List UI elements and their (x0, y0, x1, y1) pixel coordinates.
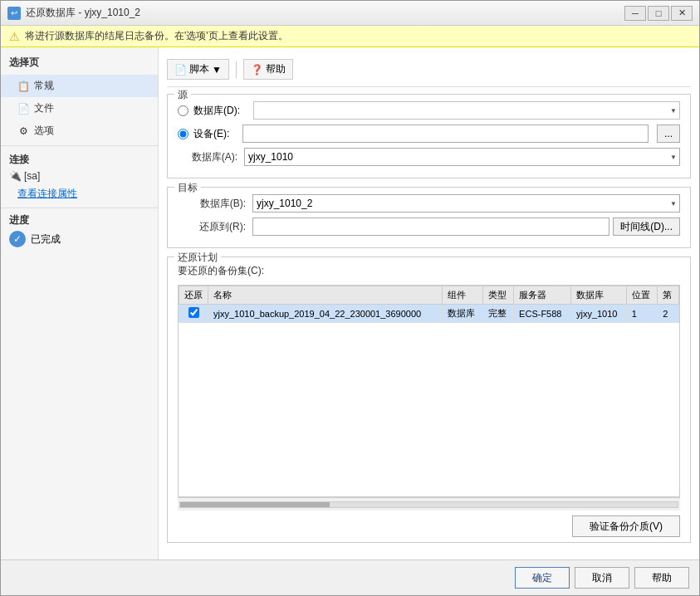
ok-button[interactable]: 确定 (515, 567, 570, 589)
sidebar-label-general: 常规 (34, 79, 54, 93)
sidebar-connection: 连接 🔌 [sa] 查看连接属性 (1, 145, 158, 208)
target-db-label: 数据库(B): (178, 197, 252, 211)
horizontal-scrollbar[interactable] (178, 497, 680, 511)
main-content: 选择页 📋 常规 📄 文件 ⚙ 选项 连接 🔌 [sa] 查看连接 (1, 47, 699, 559)
view-connection-props-link[interactable]: 查看连接属性 (9, 184, 86, 203)
main-window: ↩ 还原数据库 - yjxy_1010_2 ─ □ ✕ ⚠ 将进行源数据库的结尾… (0, 0, 700, 596)
target-db-row: 数据库(B): yjxy_1010_2 (178, 194, 680, 213)
col-restore: 还原 (179, 286, 208, 305)
scrollbar-track[interactable] (178, 499, 680, 511)
device-radio[interactable] (178, 129, 188, 139)
database-radio-row: 数据库(D): (178, 101, 680, 120)
sidebar-label-files: 文件 (34, 101, 54, 115)
row-name: yjxy_1010_backup_2019_04_22_230001_36900… (208, 305, 443, 323)
script-icon: 📄 (174, 64, 187, 76)
sidebar-section-title: 选择页 (1, 51, 158, 75)
source-database-dropdown[interactable]: yjxy_1010 (244, 148, 680, 166)
files-icon: 📄 (17, 103, 29, 115)
script-button[interactable]: 📄 脚本 ▼ (167, 59, 229, 80)
device-path-input[interactable]: D:\现场本\yjxy_1010_backup_2019_04_22_23000… (242, 125, 649, 143)
col-type: 类型 (482, 286, 513, 305)
sidebar: 选择页 📋 常规 📄 文件 ⚙ 选项 连接 🔌 [sa] 查看连接 (1, 47, 159, 559)
progress-status: 已完成 (31, 232, 61, 247)
progress-item: ✓ 已完成 (9, 231, 149, 247)
script-dropdown-icon: ▼ (212, 64, 222, 76)
database-radio[interactable] (178, 105, 188, 116)
scrollbar-track-inner (179, 501, 678, 508)
row-database: yjxy_1010 (570, 305, 626, 323)
window-title: 还原数据库 - yjxy_1010_2 (26, 6, 140, 20)
connection-title: 连接 (9, 153, 149, 167)
help-button[interactable]: ❓ 帮助 (243, 59, 293, 80)
connection-item: 🔌 [sa] (9, 170, 149, 182)
col-database: 数据库 (570, 286, 626, 305)
database-radio-label: 数据库(D): (193, 104, 240, 118)
backup-set-label: 要还原的备份集(C): (178, 264, 680, 281)
toolbar: 📄 脚本 ▼ ❓ 帮助 (167, 56, 691, 87)
verify-row: 验证备份介质(V) (178, 511, 680, 542)
row-checkbox[interactable] (188, 307, 199, 318)
backup-table-container: 还原 名称 组件 类型 服务器 数据库 位置 第 (178, 285, 680, 497)
progress-title: 进度 (9, 213, 149, 227)
col-server: 服务器 (514, 286, 571, 305)
toolbar-separator (236, 61, 237, 78)
verify-button[interactable]: 验证备份介质(V) (572, 515, 680, 537)
row-component: 数据库 (442, 305, 482, 323)
timeline-button[interactable]: 时间线(D)... (613, 217, 680, 236)
restore-to-label: 还原到(R): (178, 220, 252, 234)
target-database-dropdown[interactable]: yjxy_1010_2 (252, 194, 680, 213)
restore-to-row: 还原到(R): 上次执行的备份(2019年4月22日 23:00:23) 时间线… (178, 217, 680, 236)
browse-button[interactable]: ... (657, 125, 680, 143)
help-icon: ❓ (251, 64, 263, 76)
scrollbar-thumb (180, 502, 330, 507)
sidebar-label-options: 选项 (34, 124, 54, 138)
warning-bar: ⚠ 将进行源数据库的结尾日志备份。在'选项'页上查看此设置。 (1, 26, 699, 47)
footer: 确定 取消 帮助 (1, 559, 699, 595)
panel-content: 源 数据库(D): 设备(E): D:\现场本\yjxy_1010_backup… (167, 94, 691, 551)
right-panel: 📄 脚本 ▼ ❓ 帮助 源 数据库(D): (159, 47, 699, 559)
row-checkbox-cell[interactable] (179, 305, 208, 323)
cancel-button[interactable]: 取消 (575, 567, 629, 589)
backup-table: 还原 名称 组件 类型 服务器 数据库 位置 第 (179, 286, 679, 323)
source-label: 源 (174, 88, 191, 102)
sidebar-item-general[interactable]: 📋 常规 (1, 75, 158, 97)
warning-icon: ⚠ (9, 30, 20, 43)
script-label: 脚本 (189, 62, 209, 76)
minimize-button[interactable]: ─ (624, 6, 646, 21)
sidebar-progress: 进度 ✓ 已完成 (1, 208, 158, 252)
col-name: 名称 (208, 286, 443, 305)
title-bar-left: ↩ 还原数据库 - yjxy_1010_2 (7, 6, 140, 20)
maximize-button[interactable]: □ (648, 6, 669, 21)
row-server: ECS-F588 (514, 305, 571, 323)
help-footer-button[interactable]: 帮助 (634, 567, 689, 589)
options-icon: ⚙ (17, 125, 29, 137)
sidebar-item-options[interactable]: ⚙ 选项 (1, 120, 158, 142)
col-component: 组件 (442, 286, 482, 305)
device-radio-row: 设备(E): D:\现场本\yjxy_1010_backup_2019_04_2… (178, 125, 680, 143)
warning-text: 将进行源数据库的结尾日志备份。在'选项'页上查看此设置。 (25, 29, 288, 43)
title-bar: ↩ 还原数据库 - yjxy_1010_2 ─ □ ✕ (1, 1, 699, 26)
sidebar-item-files[interactable]: 📄 文件 (1, 97, 158, 120)
target-label: 目标 (174, 181, 201, 195)
col-position: 位置 (626, 286, 657, 305)
source-section: 源 数据库(D): 设备(E): D:\现场本\yjxy_1010_backup… (167, 94, 691, 178)
row-position: 1 (626, 305, 657, 323)
device-radio-label: 设备(E): (193, 127, 229, 141)
progress-check-icon: ✓ (9, 231, 26, 247)
help-label: 帮助 (266, 62, 286, 76)
restore-to-input[interactable]: 上次执行的备份(2019年4月22日 23:00:23) (252, 217, 609, 236)
restore-plan-label: 还原计划 (174, 251, 221, 265)
title-bar-controls: ─ □ ✕ (624, 6, 693, 21)
target-section: 目标 数据库(B): yjxy_1010_2 还原到(R): 上次执行的备份(2… (167, 187, 691, 248)
restore-plan-section: 还原计划 要还原的备份集(C): 还原 名称 组件 类型 服务器 (167, 256, 691, 543)
close-button[interactable]: ✕ (671, 6, 693, 21)
source-db-row: 数据库(A): yjxy_1010 (178, 148, 680, 166)
col-number: 第 (658, 286, 679, 305)
row-type: 完整 (482, 305, 513, 323)
source-database-select[interactable] (253, 101, 680, 120)
row-number: 2 (658, 305, 679, 323)
source-db-label: 数据库(A): (178, 150, 244, 164)
table-row[interactable]: yjxy_1010_backup_2019_04_22_230001_36900… (179, 305, 679, 323)
general-icon: 📋 (17, 81, 29, 92)
db-connection-icon: 🔌 (9, 170, 21, 182)
